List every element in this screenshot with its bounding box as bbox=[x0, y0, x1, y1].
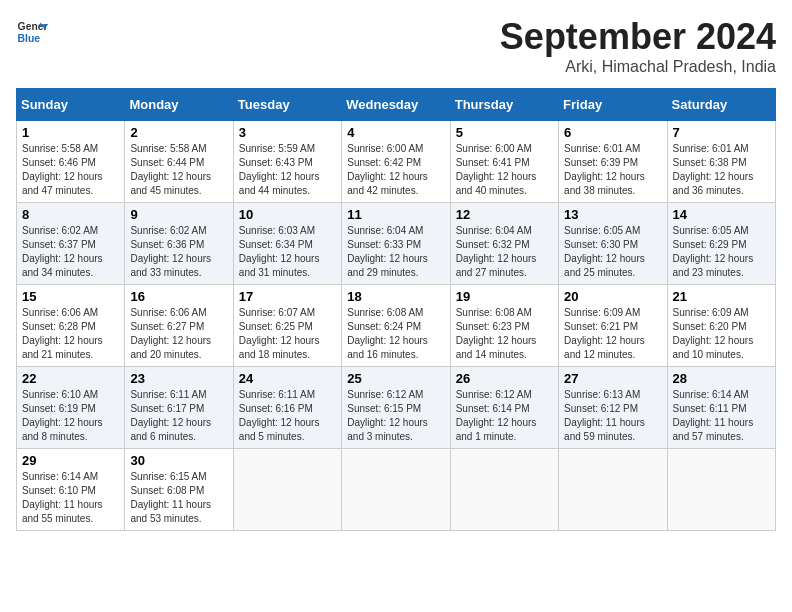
weekday-header-cell: Monday bbox=[125, 89, 233, 121]
day-info: Sunrise: 6:06 AMSunset: 6:27 PMDaylight:… bbox=[130, 306, 227, 362]
day-info: Sunrise: 6:01 AMSunset: 6:39 PMDaylight:… bbox=[564, 142, 661, 198]
calendar-cell: 2Sunrise: 5:58 AMSunset: 6:44 PMDaylight… bbox=[125, 121, 233, 203]
page-header: General Blue September 2024 Arki, Himach… bbox=[16, 16, 776, 76]
calendar-cell: 13Sunrise: 6:05 AMSunset: 6:30 PMDayligh… bbox=[559, 203, 667, 285]
calendar-cell bbox=[342, 449, 450, 531]
day-number: 5 bbox=[456, 125, 553, 140]
day-info: Sunrise: 6:03 AMSunset: 6:34 PMDaylight:… bbox=[239, 224, 336, 280]
day-number: 4 bbox=[347, 125, 444, 140]
day-number: 8 bbox=[22, 207, 119, 222]
calendar-cell: 11Sunrise: 6:04 AMSunset: 6:33 PMDayligh… bbox=[342, 203, 450, 285]
calendar-cell: 28Sunrise: 6:14 AMSunset: 6:11 PMDayligh… bbox=[667, 367, 775, 449]
calendar-cell bbox=[450, 449, 558, 531]
day-info: Sunrise: 6:02 AMSunset: 6:37 PMDaylight:… bbox=[22, 224, 119, 280]
calendar-cell bbox=[667, 449, 775, 531]
day-info: Sunrise: 6:06 AMSunset: 6:28 PMDaylight:… bbox=[22, 306, 119, 362]
day-info: Sunrise: 6:13 AMSunset: 6:12 PMDaylight:… bbox=[564, 388, 661, 444]
day-number: 10 bbox=[239, 207, 336, 222]
weekday-header-row: SundayMondayTuesdayWednesdayThursdayFrid… bbox=[17, 89, 776, 121]
calendar-cell: 7Sunrise: 6:01 AMSunset: 6:38 PMDaylight… bbox=[667, 121, 775, 203]
day-number: 13 bbox=[564, 207, 661, 222]
calendar-cell: 1Sunrise: 5:58 AMSunset: 6:46 PMDaylight… bbox=[17, 121, 125, 203]
day-info: Sunrise: 6:12 AMSunset: 6:15 PMDaylight:… bbox=[347, 388, 444, 444]
calendar-cell: 9Sunrise: 6:02 AMSunset: 6:36 PMDaylight… bbox=[125, 203, 233, 285]
calendar-cell: 27Sunrise: 6:13 AMSunset: 6:12 PMDayligh… bbox=[559, 367, 667, 449]
day-number: 15 bbox=[22, 289, 119, 304]
calendar-cell bbox=[233, 449, 341, 531]
day-number: 27 bbox=[564, 371, 661, 386]
day-info: Sunrise: 6:05 AMSunset: 6:29 PMDaylight:… bbox=[673, 224, 770, 280]
day-number: 3 bbox=[239, 125, 336, 140]
day-number: 9 bbox=[130, 207, 227, 222]
calendar-cell: 10Sunrise: 6:03 AMSunset: 6:34 PMDayligh… bbox=[233, 203, 341, 285]
day-number: 14 bbox=[673, 207, 770, 222]
day-number: 24 bbox=[239, 371, 336, 386]
day-number: 21 bbox=[673, 289, 770, 304]
day-number: 1 bbox=[22, 125, 119, 140]
day-number: 20 bbox=[564, 289, 661, 304]
day-info: Sunrise: 6:12 AMSunset: 6:14 PMDaylight:… bbox=[456, 388, 553, 444]
weekday-header-cell: Thursday bbox=[450, 89, 558, 121]
calendar-row: 15Sunrise: 6:06 AMSunset: 6:28 PMDayligh… bbox=[17, 285, 776, 367]
calendar-cell: 3Sunrise: 5:59 AMSunset: 6:43 PMDaylight… bbox=[233, 121, 341, 203]
calendar-cell: 20Sunrise: 6:09 AMSunset: 6:21 PMDayligh… bbox=[559, 285, 667, 367]
calendar-cell: 19Sunrise: 6:08 AMSunset: 6:23 PMDayligh… bbox=[450, 285, 558, 367]
day-number: 23 bbox=[130, 371, 227, 386]
calendar-cell: 6Sunrise: 6:01 AMSunset: 6:39 PMDaylight… bbox=[559, 121, 667, 203]
day-info: Sunrise: 6:11 AMSunset: 6:16 PMDaylight:… bbox=[239, 388, 336, 444]
calendar-cell: 17Sunrise: 6:07 AMSunset: 6:25 PMDayligh… bbox=[233, 285, 341, 367]
day-info: Sunrise: 6:08 AMSunset: 6:24 PMDaylight:… bbox=[347, 306, 444, 362]
calendar-cell: 22Sunrise: 6:10 AMSunset: 6:19 PMDayligh… bbox=[17, 367, 125, 449]
day-info: Sunrise: 6:09 AMSunset: 6:21 PMDaylight:… bbox=[564, 306, 661, 362]
calendar-cell: 14Sunrise: 6:05 AMSunset: 6:29 PMDayligh… bbox=[667, 203, 775, 285]
calendar-row: 8Sunrise: 6:02 AMSunset: 6:37 PMDaylight… bbox=[17, 203, 776, 285]
day-info: Sunrise: 6:14 AMSunset: 6:10 PMDaylight:… bbox=[22, 470, 119, 526]
day-info: Sunrise: 6:15 AMSunset: 6:08 PMDaylight:… bbox=[130, 470, 227, 526]
weekday-header-cell: Tuesday bbox=[233, 89, 341, 121]
day-number: 22 bbox=[22, 371, 119, 386]
day-info: Sunrise: 6:11 AMSunset: 6:17 PMDaylight:… bbox=[130, 388, 227, 444]
day-number: 11 bbox=[347, 207, 444, 222]
day-info: Sunrise: 6:07 AMSunset: 6:25 PMDaylight:… bbox=[239, 306, 336, 362]
calendar-row: 29Sunrise: 6:14 AMSunset: 6:10 PMDayligh… bbox=[17, 449, 776, 531]
day-number: 17 bbox=[239, 289, 336, 304]
calendar-row: 22Sunrise: 6:10 AMSunset: 6:19 PMDayligh… bbox=[17, 367, 776, 449]
day-number: 25 bbox=[347, 371, 444, 386]
day-info: Sunrise: 6:04 AMSunset: 6:33 PMDaylight:… bbox=[347, 224, 444, 280]
day-info: Sunrise: 6:05 AMSunset: 6:30 PMDaylight:… bbox=[564, 224, 661, 280]
logo: General Blue bbox=[16, 16, 48, 48]
day-info: Sunrise: 6:09 AMSunset: 6:20 PMDaylight:… bbox=[673, 306, 770, 362]
calendar-table: SundayMondayTuesdayWednesdayThursdayFrid… bbox=[16, 88, 776, 531]
calendar-cell: 12Sunrise: 6:04 AMSunset: 6:32 PMDayligh… bbox=[450, 203, 558, 285]
calendar-cell bbox=[559, 449, 667, 531]
day-info: Sunrise: 6:00 AMSunset: 6:42 PMDaylight:… bbox=[347, 142, 444, 198]
day-number: 12 bbox=[456, 207, 553, 222]
day-info: Sunrise: 6:08 AMSunset: 6:23 PMDaylight:… bbox=[456, 306, 553, 362]
day-number: 26 bbox=[456, 371, 553, 386]
calendar-cell: 25Sunrise: 6:12 AMSunset: 6:15 PMDayligh… bbox=[342, 367, 450, 449]
day-number: 2 bbox=[130, 125, 227, 140]
day-number: 7 bbox=[673, 125, 770, 140]
month-title: September 2024 bbox=[500, 16, 776, 58]
day-info: Sunrise: 6:04 AMSunset: 6:32 PMDaylight:… bbox=[456, 224, 553, 280]
calendar-row: 1Sunrise: 5:58 AMSunset: 6:46 PMDaylight… bbox=[17, 121, 776, 203]
day-number: 6 bbox=[564, 125, 661, 140]
day-info: Sunrise: 6:14 AMSunset: 6:11 PMDaylight:… bbox=[673, 388, 770, 444]
title-area: September 2024 Arki, Himachal Pradesh, I… bbox=[500, 16, 776, 76]
calendar-cell: 30Sunrise: 6:15 AMSunset: 6:08 PMDayligh… bbox=[125, 449, 233, 531]
day-info: Sunrise: 5:58 AMSunset: 6:44 PMDaylight:… bbox=[130, 142, 227, 198]
calendar-cell: 24Sunrise: 6:11 AMSunset: 6:16 PMDayligh… bbox=[233, 367, 341, 449]
day-number: 28 bbox=[673, 371, 770, 386]
day-info: Sunrise: 5:59 AMSunset: 6:43 PMDaylight:… bbox=[239, 142, 336, 198]
calendar-cell: 15Sunrise: 6:06 AMSunset: 6:28 PMDayligh… bbox=[17, 285, 125, 367]
day-info: Sunrise: 6:01 AMSunset: 6:38 PMDaylight:… bbox=[673, 142, 770, 198]
weekday-header-cell: Sunday bbox=[17, 89, 125, 121]
day-info: Sunrise: 6:10 AMSunset: 6:19 PMDaylight:… bbox=[22, 388, 119, 444]
logo-icon: General Blue bbox=[16, 16, 48, 48]
svg-text:Blue: Blue bbox=[18, 33, 41, 44]
calendar-cell: 23Sunrise: 6:11 AMSunset: 6:17 PMDayligh… bbox=[125, 367, 233, 449]
day-info: Sunrise: 6:00 AMSunset: 6:41 PMDaylight:… bbox=[456, 142, 553, 198]
weekday-header-cell: Friday bbox=[559, 89, 667, 121]
calendar-cell: 5Sunrise: 6:00 AMSunset: 6:41 PMDaylight… bbox=[450, 121, 558, 203]
weekday-header-cell: Saturday bbox=[667, 89, 775, 121]
